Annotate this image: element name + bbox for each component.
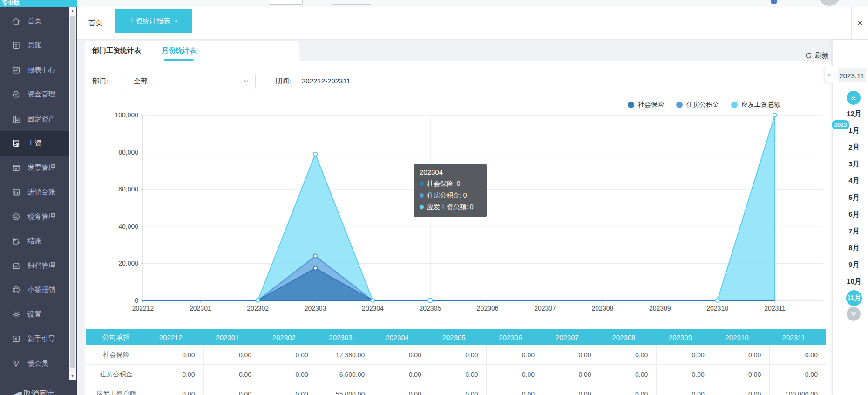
sidebar-item-label: 归档管理 [27, 261, 55, 270]
archive-icon [12, 261, 20, 270]
sidebar-item-label: 设置 [27, 310, 41, 319]
scroll-months-down-button[interactable] [847, 307, 861, 321]
avatar[interactable] [820, 0, 839, 6]
table-row: 应发工资总额0.000.000.0055,000.000.000.000.000… [86, 384, 826, 395]
settings-icon [12, 310, 20, 319]
table-cell: 0.00 [260, 365, 317, 384]
table-cell: 0.00 [486, 365, 543, 384]
table-header-cell: 202310 [713, 329, 770, 345]
close-panel-button[interactable]: × [851, 7, 868, 40]
y-axis-tick-label: 80,000 [106, 149, 138, 156]
sidebar-item-label: 资金管理 [27, 90, 55, 99]
sidebar-item-guide[interactable]: 新手引导 [0, 327, 69, 352]
reimburse-icon [12, 286, 20, 294]
tooltip-title: 202304 [420, 168, 484, 176]
collapse-panel-button[interactable]: » [825, 66, 834, 83]
legend-item[interactable]: 住房公积金 [676, 101, 719, 109]
tooltip-series-value: 应发工资总额: 0 [427, 201, 474, 213]
refresh-button[interactable]: 刷新 [805, 51, 829, 60]
top-toolbar-button-fragment[interactable] [269, 0, 303, 5]
sidebar-item-ledger[interactable]: 总账 [0, 34, 69, 58]
month-item-5月[interactable]: 5月 [841, 190, 867, 205]
month-item-9月[interactable]: 9月 [841, 257, 867, 272]
tooltip-series-value: 住房公积金: 0 [427, 190, 467, 201]
sidebar-item-invoice[interactable]: 发票管理 [0, 156, 69, 180]
x-axis-tick-label: 202302 [237, 305, 279, 312]
table-cell: 0.00 [543, 345, 600, 364]
table-cell: 0.00 [656, 345, 713, 364]
table-cell: 0.00 [600, 384, 657, 395]
month-item-8月[interactable]: 8月 [841, 240, 867, 255]
department-select[interactable]: 全部 [126, 73, 256, 89]
sidebar-item-label: 小畅报销 [27, 286, 55, 294]
chevrons-down-icon [850, 310, 857, 318]
sidebar-item-salary[interactable]: 工资 [0, 131, 69, 156]
month-item-7月[interactable]: 7月 [841, 224, 867, 238]
tooltip-series-value: 社会保险: 0 [427, 178, 461, 190]
tab-month-statistics[interactable]: 月份统计表 [162, 46, 197, 55]
report-icon [12, 66, 20, 75]
member-icon [12, 359, 20, 368]
sidebar-item-io[interactable]: 进销台账 [0, 180, 69, 205]
tab-salary-report[interactable]: 工资统计报表 × [115, 9, 192, 33]
sidebar-item-reimburse[interactable]: 小畅报销 [0, 278, 69, 303]
table-cell: 0.00 [486, 345, 543, 364]
y-axis-tick-label: 100,000 [106, 111, 138, 119]
table-cell: 0.00 [260, 384, 317, 395]
sidebar-item-funds[interactable]: 资金管理 [0, 82, 69, 107]
sidebar-item-report[interactable]: 报表中心 [0, 58, 69, 82]
tab-department-salary[interactable]: 部门工资统计表 [92, 46, 141, 55]
current-period-display[interactable]: 2023.11 [838, 68, 866, 82]
company-burden-table: 公司承担202212202301202302202303202304202305… [86, 329, 826, 395]
scrollbar-thumb[interactable] [70, 16, 75, 368]
chevrons-right-icon: » [827, 71, 831, 78]
month-item-6月[interactable]: 6月 [841, 207, 867, 222]
table-cell: 0.00 [486, 384, 543, 395]
sidebar-item-assets[interactable]: 固定资产 [0, 107, 69, 131]
top-divider [814, 0, 814, 5]
legend-dot [676, 102, 683, 108]
x-axis-tick-label: 202306 [467, 305, 509, 312]
month-item-10月[interactable]: 10月 [841, 274, 867, 289]
unpin-sidebar-button[interactable]: ◀▮ 取消固定 [0, 388, 69, 395]
table-cell: 0.00 [373, 384, 430, 395]
month-item-3月[interactable]: 3月 [841, 157, 867, 171]
month-item-4月[interactable]: 4月 [841, 173, 867, 188]
assets-icon [12, 115, 20, 123]
table-cell: 0.00 [713, 345, 770, 364]
tab-label: 工资统计报表 [129, 17, 170, 26]
tab-home[interactable]: 首页 [88, 7, 102, 39]
chevrons-up-icon [850, 94, 857, 102]
tab-close-icon[interactable]: × [174, 17, 178, 25]
sidebar-item-tax[interactable]: 税务管理 [0, 204, 69, 229]
sidebar-scrollbar[interactable]: ▲ ▼ [69, 7, 76, 380]
table-header-cell: 202309 [656, 329, 713, 345]
refresh-label: 刷新 [815, 51, 829, 60]
month-item-11月[interactable]: 11月 [846, 290, 862, 306]
sidebar-item-closing[interactable]: 结账 [0, 229, 69, 254]
sidebar-item-home[interactable]: 首页 [0, 9, 69, 34]
table-cell: 55,000.00 [317, 384, 373, 395]
sidebar-item-label: 总账 [27, 41, 41, 50]
scroll-down-icon[interactable]: ▼ [69, 372, 76, 380]
closing-icon [12, 237, 20, 245]
x-axis-tick-label: 202212 [122, 305, 164, 312]
invoice-icon [12, 163, 20, 172]
sidebar-items: 首页总账报表中心资金管理固定资产工资发票管理进销台账税务管理结账归档管理小畅报销… [0, 9, 69, 376]
sidebar-item-archive[interactable]: 归档管理 [0, 253, 69, 278]
table-cell: 0.00 [713, 365, 770, 384]
sidebar-item-member[interactable]: 畅会员 [0, 351, 69, 376]
scroll-up-icon[interactable]: ▲ [69, 7, 76, 15]
scroll-months-up-button[interactable] [847, 91, 861, 105]
table-cell: 0.00 [430, 365, 487, 384]
x-axis-tick-label: 202308 [582, 305, 624, 312]
top-strip [0, 0, 868, 7]
legend-item[interactable]: 社会保险 [628, 101, 664, 109]
table-header-cell: 202306 [486, 329, 543, 345]
table-header-cell: 202304 [373, 329, 430, 345]
month-item-2月[interactable]: 2月 [841, 140, 867, 155]
table-cell: 0.00 [769, 365, 826, 384]
legend-item[interactable]: 应发工资总额 [731, 101, 780, 109]
table-cell: 0.00 [769, 345, 826, 364]
sidebar-item-settings[interactable]: 设置 [0, 302, 69, 327]
